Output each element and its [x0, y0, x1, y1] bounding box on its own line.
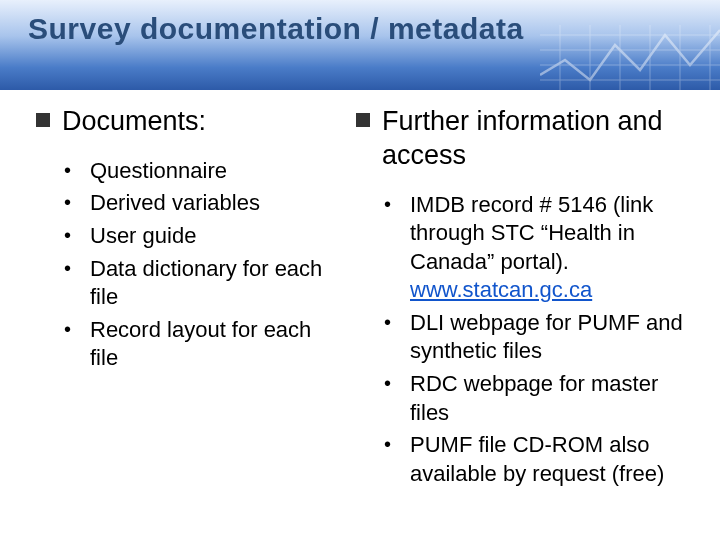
- list-item-text: IMDB record # 5146 (link through STC “He…: [410, 192, 653, 274]
- list-item: Data dictionary for each file: [90, 255, 336, 312]
- list-item: Record layout for each file: [90, 316, 336, 373]
- right-list: IMDB record # 5146 (link through STC “He…: [356, 191, 686, 489]
- left-heading: Documents:: [62, 105, 206, 139]
- list-item: PUMF file CD-ROM also available by reque…: [410, 431, 686, 488]
- left-column: Documents: Questionnaire Derived variabl…: [36, 105, 336, 492]
- right-heading: Further information and access: [382, 105, 686, 173]
- right-heading-row: Further information and access: [356, 105, 686, 173]
- list-item: RDC webpage for master files: [410, 370, 686, 427]
- square-bullet-icon: [36, 113, 50, 127]
- content-area: Documents: Questionnaire Derived variabl…: [36, 105, 686, 492]
- right-column: Further information and access IMDB reco…: [356, 105, 686, 492]
- list-item-text: PUMF file CD-ROM also available by reque…: [410, 432, 664, 486]
- square-bullet-icon: [356, 113, 370, 127]
- left-heading-row: Documents:: [36, 105, 336, 139]
- left-list: Questionnaire Derived variables User gui…: [36, 157, 336, 373]
- link-text[interactable]: www.statcan.gc.ca: [410, 277, 592, 302]
- list-item: User guide: [90, 222, 336, 251]
- list-item: Derived variables: [90, 189, 336, 218]
- list-item: IMDB record # 5146 (link through STC “He…: [410, 191, 686, 305]
- decorative-chart-overlay: [540, 25, 720, 90]
- slide-title: Survey documentation / metadata: [28, 12, 524, 46]
- list-item: Questionnaire: [90, 157, 336, 186]
- list-item: DLI webpage for PUMF and synthetic files: [410, 309, 686, 366]
- list-item-text: DLI webpage for PUMF and synthetic files: [410, 310, 683, 364]
- list-item-text: RDC webpage for master files: [410, 371, 658, 425]
